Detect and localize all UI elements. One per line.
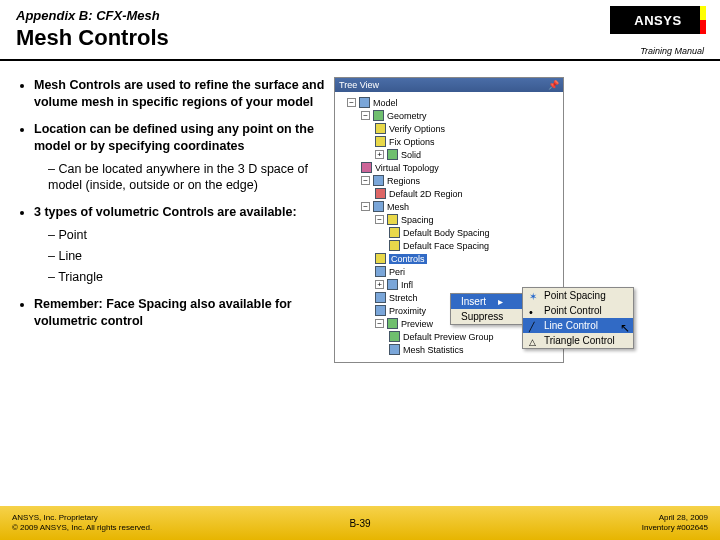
sub-label: Line Control — [544, 320, 598, 331]
region-icon — [375, 188, 386, 199]
logo-stripe-icon — [700, 6, 706, 34]
node-geometry[interactable]: −Geometry — [337, 109, 561, 122]
stretch-icon — [375, 292, 386, 303]
expand-icon[interactable]: + — [375, 280, 384, 289]
pin-icon[interactable]: 📌 — [548, 80, 559, 90]
node-label: Virtual Topology — [375, 163, 439, 173]
node-label: Regions — [387, 176, 420, 186]
sub-triangle-control[interactable]: Triangle Control — [523, 333, 633, 348]
sub-label: Point Spacing — [544, 290, 606, 301]
node-label: Mesh Statistics — [403, 345, 464, 355]
ctx-label: Insert — [461, 296, 486, 307]
slide: Appendix B: CFX-Mesh Mesh Controls ANSYS… — [0, 0, 720, 540]
footer-inventory: Inventory #002645 — [642, 523, 708, 533]
page-title: Mesh Controls — [16, 25, 704, 51]
expand-icon[interactable]: − — [361, 202, 370, 211]
point-spacing-icon — [529, 291, 539, 301]
tree-titlebar: Tree View 📌 — [335, 78, 563, 92]
node-vtopo[interactable]: Virtual Topology — [337, 161, 561, 174]
verify-icon — [375, 123, 386, 134]
fix-icon — [375, 136, 386, 147]
preview-icon — [387, 318, 398, 329]
node-peri[interactable]: Peri — [337, 265, 561, 278]
node-solid[interactable]: +Solid — [337, 148, 561, 161]
appendix-label: Appendix B: CFX-Mesh — [16, 8, 704, 23]
controls-icon — [375, 253, 386, 264]
node-fix[interactable]: Fix Options — [337, 135, 561, 148]
expand-icon[interactable]: − — [375, 319, 384, 328]
expand-icon[interactable]: + — [375, 150, 384, 159]
node-dface[interactable]: Default Face Spacing — [337, 239, 561, 252]
footer-bar: ANSYS, Inc. Proprietary © 2009 ANSYS, In… — [0, 506, 720, 540]
spacing-icon — [387, 214, 398, 225]
line-control-icon — [529, 321, 539, 331]
node-label: Default 2D Region — [389, 189, 463, 199]
divider — [0, 59, 720, 61]
expand-icon[interactable]: − — [347, 98, 356, 107]
node-label: Spacing — [401, 215, 434, 225]
sub-label: Point Control — [544, 305, 602, 316]
footer-right: April 28, 2009 Inventory #002645 — [642, 513, 720, 532]
node-spacing[interactable]: −Spacing — [337, 213, 561, 226]
bullet-3c: Triangle — [48, 269, 326, 286]
tree-title-text: Tree View — [339, 80, 379, 90]
footer-date: April 28, 2009 — [642, 513, 708, 523]
spacing-child-icon — [389, 240, 400, 251]
vtopo-icon — [361, 162, 372, 173]
node-mesh[interactable]: −Mesh — [337, 200, 561, 213]
node-verify[interactable]: Verify Options — [337, 122, 561, 135]
bullet-3b: Line — [48, 248, 326, 265]
model-icon — [359, 97, 370, 108]
peri-icon — [375, 266, 386, 277]
node-regions[interactable]: −Regions — [337, 174, 561, 187]
node-label: Controls — [389, 254, 427, 264]
point-control-icon — [529, 306, 539, 316]
bullet-1: Mesh Controls are used to refine the sur… — [34, 77, 326, 111]
node-label: Model — [373, 98, 398, 108]
footer-prop2: © 2009 ANSYS, Inc. All rights reserved. — [12, 523, 152, 533]
node-label: Mesh — [387, 202, 409, 212]
bullet-3-text: 3 types of volumetric Controls are avail… — [34, 205, 297, 219]
triangle-control-icon — [529, 336, 539, 346]
prox-icon — [375, 305, 386, 316]
node-label: Solid — [401, 150, 421, 160]
expand-icon[interactable]: − — [375, 215, 384, 224]
footer-prop1: ANSYS, Inc. Proprietary — [12, 513, 152, 523]
node-model[interactable]: −Model — [337, 96, 561, 109]
sub-line-control[interactable]: Line Control — [523, 318, 633, 333]
node-label: Proximity — [389, 306, 426, 316]
footer-page: B-39 — [349, 518, 370, 529]
sub-point-spacing[interactable]: Point Spacing — [523, 288, 633, 303]
node-label: Peri — [389, 267, 405, 277]
geometry-icon — [373, 110, 384, 121]
bullet-2-text: Location can be defined using any point … — [34, 122, 314, 153]
stats-icon — [389, 344, 400, 355]
solid-icon — [387, 149, 398, 160]
node-label: Preview — [401, 319, 433, 329]
node-label: Verify Options — [389, 124, 445, 134]
ansys-logo: ANSYS — [610, 6, 706, 34]
bullet-3: 3 types of volumetric Controls are avail… — [34, 204, 326, 286]
node-dbody[interactable]: Default Body Spacing — [337, 226, 561, 239]
training-manual-label: Training Manual — [640, 46, 704, 56]
mesh-icon — [373, 201, 384, 212]
bullet-2a: Can be located anywhere in the 3 D space… — [48, 161, 326, 195]
node-label: Fix Options — [389, 137, 435, 147]
expand-icon[interactable]: − — [361, 176, 370, 185]
sub-point-control[interactable]: Point Control — [523, 303, 633, 318]
bullet-4: Remember: Face Spacing also available fo… — [34, 296, 326, 330]
sub-label: Triangle Control — [544, 335, 615, 346]
body: Mesh Controls are used to refine the sur… — [0, 63, 720, 363]
node-controls[interactable]: Controls — [337, 252, 561, 265]
expand-icon[interactable]: − — [361, 111, 370, 120]
footer-left: ANSYS, Inc. Proprietary © 2009 ANSYS, In… — [0, 513, 152, 532]
screenshot-panel: Tree View 📌 −Model −Geometry Verify Opti… — [334, 77, 704, 363]
regions-icon — [373, 175, 384, 186]
node-label: Infl — [401, 280, 413, 290]
insert-submenu[interactable]: Point Spacing Point Control Line Control… — [522, 287, 634, 349]
node-d2d[interactable]: Default 2D Region — [337, 187, 561, 200]
spacing-child-icon — [389, 227, 400, 238]
node-label: Default Body Spacing — [403, 228, 490, 238]
node-label: Default Face Spacing — [403, 241, 489, 251]
chevron-right-icon: ▸ — [498, 296, 503, 307]
